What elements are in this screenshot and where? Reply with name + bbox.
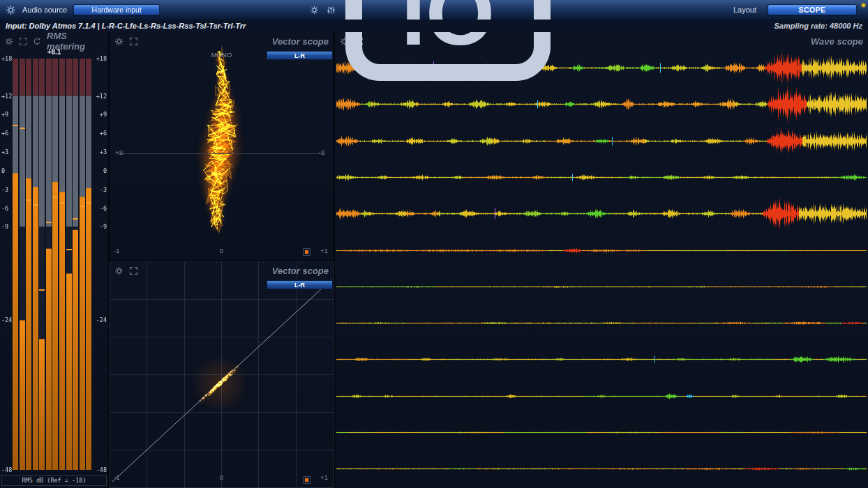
rms-panel-header: RMS metering xyxy=(0,32,108,50)
audio-source-label: Audio source xyxy=(22,6,67,14)
wave-scope-display xyxy=(335,32,868,488)
vs2-clip-indicator[interactable] xyxy=(303,476,310,484)
channel-routing-icon[interactable] xyxy=(327,6,336,15)
vs2-fullscreen-icon[interactable] xyxy=(129,266,138,275)
toolbar-right-group: Layout SCOPE xyxy=(553,4,868,15)
vs1-panel-header: Vector scope xyxy=(110,32,334,50)
vs2-mode-button[interactable]: L-R xyxy=(267,280,333,289)
rms-fullscreen-icon[interactable] xyxy=(19,37,27,46)
setup-gear-icon[interactable] xyxy=(310,6,319,15)
vs2-panel-header: Vector scope xyxy=(110,261,334,280)
wave-panel-title: Wave scope xyxy=(811,36,863,47)
vs2-axis-mid-label: 0 xyxy=(110,473,334,481)
toolbar-center-group: IO xyxy=(310,0,553,83)
vs1-axis-max-label: +1 xyxy=(320,247,328,254)
toolbar-left-group: Audio source Hardware input xyxy=(0,4,310,15)
rms-meter-bars xyxy=(0,32,108,488)
minus-s-label: -S xyxy=(319,148,326,156)
vs2-panel-title: Vector scope xyxy=(272,266,329,276)
vector-scope-panel-top: Vector scope L-R MONO +S -S -1 0 +1 xyxy=(110,32,334,260)
rms-reset-icon[interactable] xyxy=(33,37,41,46)
vs1-settings-gear-icon[interactable] xyxy=(114,37,124,46)
vector-scope-display-bottom xyxy=(110,261,334,488)
status-indicator-dot xyxy=(862,3,865,7)
rms-settings-gear-icon[interactable] xyxy=(5,37,13,46)
rms-panel-title: RMS metering xyxy=(47,31,103,52)
vs1-axis-mid-label: 0 xyxy=(110,247,334,254)
rms-metering-panel: RMS metering +8.1 RMS dB (Ref = -18) xyxy=(0,32,108,488)
audio-analyzer-window: Audio source Hardware input IO Layout SC… xyxy=(0,0,868,488)
vector-scope-display-top xyxy=(110,32,334,260)
plus-s-label: +S xyxy=(115,148,124,156)
main-settings-gear-icon[interactable] xyxy=(6,5,16,15)
sampling-rate-text: Sampling rate: 48000 Hz xyxy=(774,22,862,30)
vector-scope-panel-bottom: Vector scope L-R -1 0 +1 xyxy=(110,261,334,488)
vs2-settings-gear-icon[interactable] xyxy=(114,266,124,275)
input-info-bar: Input: Dolby Atmos 7.1.4 | L-R-C-Lfe-Ls-… xyxy=(0,20,868,32)
vs1-fullscreen-icon[interactable] xyxy=(129,37,138,46)
scope-button[interactable]: SCOPE xyxy=(768,4,857,15)
io-setup-icon[interactable]: IO xyxy=(343,0,553,83)
s-axis-line xyxy=(117,153,322,154)
vs1-clip-indicator[interactable] xyxy=(303,248,310,256)
layout-button[interactable]: Layout xyxy=(733,6,756,14)
wave-scope-panel: Wave scope xyxy=(335,32,868,488)
input-configuration-text: Input: Dolby Atmos 7.1.4 | L-R-C-Lfe-Ls-… xyxy=(6,22,246,30)
top-toolbar: Audio source Hardware input IO Layout SC… xyxy=(0,0,868,20)
vs2-axis-max-label: +1 xyxy=(320,473,328,481)
hardware-input-button[interactable]: Hardware input xyxy=(73,4,160,15)
rms-reference-label: RMS dB (Ref = -18) xyxy=(1,475,107,486)
